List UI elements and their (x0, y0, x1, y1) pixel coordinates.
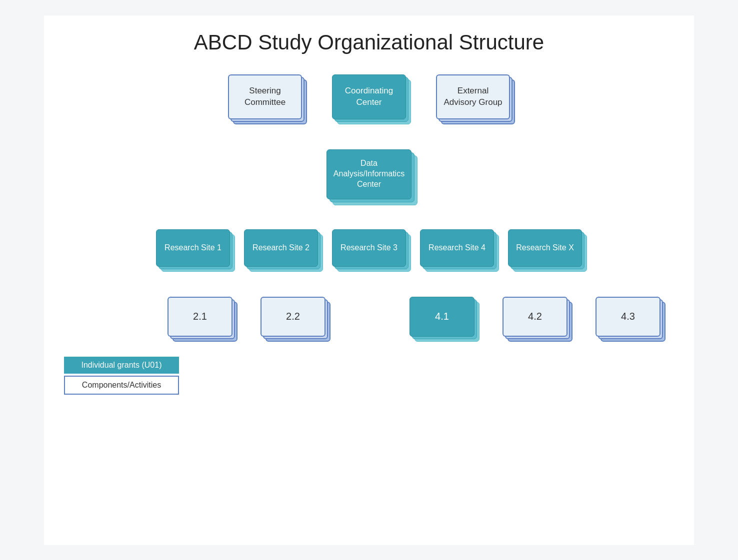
row-2: Data Analysis/Informatics Center (64, 149, 674, 199)
sub22-label: 2.2 (286, 311, 300, 322)
siteX-label: Research Site X (516, 243, 574, 252)
site2-box: Research Site 2 (244, 229, 318, 267)
site3-box: Research Site 3 (332, 229, 406, 267)
legend-teal: Individual grants (U01) (64, 357, 179, 374)
external-advisory-box: External Advisory Group (436, 74, 510, 119)
sub41-label: 4.1 (435, 311, 449, 322)
legend: Individual grants (U01) Components/Activ… (64, 357, 674, 395)
sub21-label: 2.1 (193, 311, 207, 322)
sub42-box: 4.2 (502, 297, 568, 337)
sub42-label: 4.2 (528, 311, 542, 322)
coordinating-center-box: Coordinating Center (332, 74, 406, 119)
row-3: Research Site 1 Research Site 2 Research… (64, 229, 674, 267)
data-analysis-label: Data Analysis/Informatics Center (334, 158, 404, 189)
site2-label: Research Site 2 (252, 243, 310, 252)
sub43-label: 4.3 (621, 311, 635, 322)
coordinating-label: Coordinating Center (345, 85, 393, 107)
site3-label: Research Site 3 (340, 243, 398, 252)
row-1: Steering Committee Coordinating Center E… (64, 74, 674, 119)
siteX-box: Research Site X (508, 229, 582, 267)
sub43-box: 4.3 (596, 297, 660, 337)
external-label: External Advisory Group (444, 85, 502, 107)
steering-label: Steering Committee (244, 85, 286, 107)
page: ABCD Study Organizational Structure Stee… (44, 15, 694, 545)
legend-blue: Components/Activities (64, 376, 179, 395)
data-analysis-box: Data Analysis/Informatics Center (326, 149, 412, 199)
sub22-box: 2.2 (260, 297, 326, 337)
site4-box: Research Site 4 (420, 229, 494, 267)
row-4: 2.1 2.2 4.1 (64, 297, 674, 337)
steering-committee-box: Steering Committee (228, 74, 302, 119)
sub41-box: 4.1 (410, 297, 474, 337)
sub21-box: 2.1 (168, 297, 232, 337)
legend-teal-label: Individual grants (U01) (82, 361, 162, 370)
site1-box: Research Site 1 (156, 229, 230, 267)
legend-blue-label: Components/Activities (82, 381, 161, 390)
org-chart: Steering Committee Coordinating Center E… (64, 74, 674, 395)
page-title: ABCD Study Organizational Structure (64, 30, 674, 54)
site4-label: Research Site 4 (428, 243, 486, 252)
site1-label: Research Site 1 (164, 243, 222, 252)
